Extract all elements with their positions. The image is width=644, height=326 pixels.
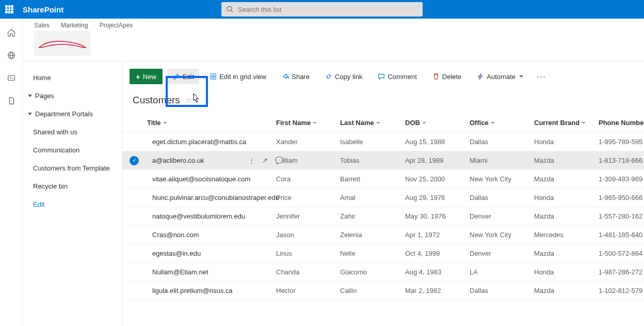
automate-label: Automate	[487, 73, 516, 81]
nav-item-department-portals[interactable]: Department Portals	[23, 105, 122, 123]
delete-icon	[432, 73, 440, 80]
col-first-name[interactable]: First Name	[276, 119, 340, 127]
site-link-marketing[interactable]: Marketing	[61, 22, 88, 29]
cell-phone: 1-102-812-579	[599, 287, 644, 294]
share-button[interactable]: Share	[277, 69, 315, 84]
nav-item-edit[interactable]: Edit	[23, 195, 122, 213]
search-input[interactable]	[238, 6, 417, 13]
table-row[interactable]: ✓a@aclibero.co.ukWilliamTobiasApr 28, 19…	[122, 151, 644, 170]
cell-brand: Mercedes	[534, 231, 599, 239]
col-phone[interactable]: Phone Number	[599, 119, 644, 127]
nav-item-customers-from-template[interactable]: Customers from Template	[23, 159, 122, 177]
left-rail	[0, 19, 23, 326]
edit-button[interactable]: Edit	[168, 69, 199, 84]
cell-dob: Nov 25, 2000	[405, 175, 470, 183]
site-links: Sales Marketing ProjectApex	[34, 22, 633, 29]
chevron-down-icon	[313, 122, 317, 124]
cell-office: Dallas	[470, 138, 534, 146]
new-button[interactable]: +New	[130, 69, 163, 84]
svg-rect-11	[214, 77, 216, 79]
cell-phone: 1-965-950-666	[599, 194, 644, 201]
nav-label: Shared with us	[33, 128, 77, 136]
edit-grid-button[interactable]: Edit in grid view	[204, 69, 271, 84]
nav-item-pages[interactable]: Pages	[23, 87, 122, 105]
site-logo[interactable]	[34, 31, 91, 56]
delete-label: Delete	[442, 73, 462, 81]
home-icon[interactable]	[7, 28, 16, 37]
site-link-sales[interactable]: Sales	[34, 22, 50, 29]
cell-fname: Jason	[276, 231, 340, 239]
cell-office: Dallas	[470, 287, 534, 294]
site-link-projectapex[interactable]: ProjectApex	[100, 22, 133, 29]
suite-header: SharePoint	[0, 0, 644, 19]
cell-brand: Honda	[534, 194, 599, 201]
comment-button[interactable]: Comment	[373, 69, 422, 84]
table-row[interactable]: Nunc.pulvinar.arcu@conubianostraper.eduP…	[122, 189, 644, 207]
nav-item-shared-with-us[interactable]: Shared with us	[23, 123, 122, 141]
table-row[interactable]: egestas@in.eduLinusNelleOct 4, 1999Denve…	[122, 244, 644, 263]
table-row[interactable]: eget.dictum.placerat@mattis.caXanderIsab…	[122, 133, 644, 151]
svg-rect-10	[211, 77, 213, 79]
nav-item-communication[interactable]: Communication	[23, 141, 122, 159]
chevron-down-icon	[491, 122, 495, 124]
cell-lname: Giacomo	[340, 268, 405, 276]
col-dob[interactable]: DOB	[405, 119, 470, 127]
cell-lname: Nelle	[340, 250, 405, 257]
copy-label: Copy link	[335, 73, 362, 81]
automate-button[interactable]: Automate	[472, 69, 528, 84]
col-brand[interactable]: Current Brand	[534, 119, 599, 127]
cell-fname: Cora	[276, 175, 340, 183]
cell-lname: Barrett	[340, 175, 405, 183]
table-row[interactable]: Nullam@Etiam.netChandaGiacomoAug 4, 1983…	[122, 263, 644, 282]
files-icon[interactable]	[7, 96, 16, 105]
row-more-icon[interactable]: ⋮	[248, 157, 255, 164]
table-row[interactable]: vitae.aliquet@sociisnatoque.comCoraBarre…	[122, 170, 644, 189]
table-row[interactable]: natoque@vestibulumlorem.eduJenniferZahir…	[122, 207, 644, 226]
cell-dob: Oct 4, 1999	[405, 250, 470, 257]
cell-brand: Mazda	[534, 157, 599, 164]
nav-label: Pages	[35, 92, 54, 100]
cell-phone: 1-995-789-595	[599, 138, 644, 146]
cell-title: Nunc.pulvinar.arcu@conubianostraper.edu	[147, 194, 276, 201]
news-icon[interactable]	[7, 73, 16, 83]
table-row[interactable]: Cras@non.comJasonZeleniaApr 1, 1972New Y…	[122, 226, 644, 244]
cell-brand: Mazda	[534, 212, 599, 220]
nav-item-home[interactable]: Home	[23, 69, 122, 87]
delete-button[interactable]: Delete	[427, 69, 467, 84]
chevron-down-icon	[422, 122, 426, 124]
cell-phone: 1-557-280-162	[599, 212, 644, 220]
cell-brand: Honda	[534, 268, 599, 276]
cell-title: Cras@non.com	[147, 231, 276, 239]
site-header: Sales Marketing ProjectApex	[23, 19, 644, 61]
globe-icon[interactable]	[7, 51, 16, 60]
nav-label: Recycle bin	[33, 182, 68, 190]
cell-fname: Xander	[276, 138, 340, 146]
cell-dob: May 30, 1976	[405, 212, 470, 220]
chevron-down-icon	[28, 95, 32, 97]
cell-office: Dallas	[470, 194, 534, 201]
row-comment-icon[interactable]: 💬	[275, 157, 283, 164]
col-title[interactable]: Title	[147, 119, 276, 127]
brand-label: SharePoint	[23, 5, 63, 14]
row-selected-check-icon[interactable]: ✓	[130, 156, 139, 165]
cell-dob: Aug 29, 1976	[405, 194, 470, 201]
col-last-name[interactable]: Last Name	[340, 119, 405, 127]
nav-label: Customers from Template	[33, 164, 110, 172]
col-office[interactable]: Office	[470, 119, 534, 127]
table-row[interactable]: ligula.elit.pretium@risus.caHectorCailin…	[122, 282, 644, 300]
cell-title: vitae.aliquet@sociisnatoque.com	[147, 175, 276, 183]
plus-icon: +	[136, 72, 140, 81]
cell-fname: William	[276, 157, 340, 164]
copy-link-button[interactable]: Copy link	[320, 69, 367, 84]
cell-title: ligula.elit.pretium@risus.ca	[147, 287, 276, 294]
search-box[interactable]	[221, 2, 423, 17]
cell-phone: 1-481-185-640	[599, 231, 644, 239]
cell-dob: Apr 28, 1989	[405, 157, 470, 164]
row-share-icon[interactable]: ↗	[262, 157, 268, 164]
favorite-star-icon[interactable]: ☆	[185, 96, 192, 105]
edit-icon	[173, 73, 180, 80]
cell-office: Denver	[470, 212, 534, 220]
nav-item-recycle-bin[interactable]: Recycle bin	[23, 177, 122, 195]
more-actions-button[interactable]: ···	[534, 71, 549, 82]
app-launcher-icon[interactable]	[5, 5, 13, 13]
